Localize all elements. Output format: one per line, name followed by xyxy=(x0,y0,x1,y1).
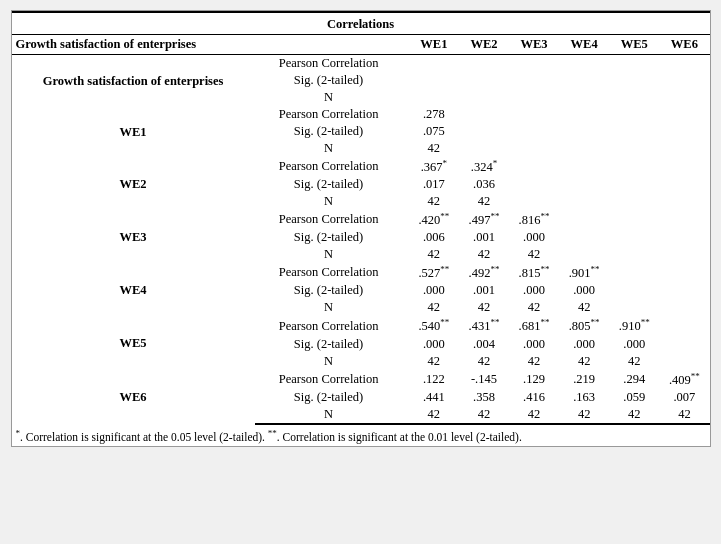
val-we6 xyxy=(659,89,709,106)
row-label: WE6 xyxy=(12,370,255,424)
val-we3 xyxy=(509,55,559,73)
val-we4 xyxy=(559,157,609,176)
val-we6 xyxy=(659,336,709,353)
row-label: Growth satisfaction of enterprises xyxy=(12,55,255,107)
spacer-col xyxy=(399,140,409,157)
table-row: WE5Pearson Correlation.540**.431**.681**… xyxy=(12,316,710,335)
stat-label: N xyxy=(255,353,399,370)
val-we5 xyxy=(609,157,659,176)
val-we2: .358 xyxy=(459,389,509,406)
spacer-col xyxy=(399,282,409,299)
row-label: WE4 xyxy=(12,263,255,316)
val-we2: -.145 xyxy=(459,370,509,389)
val-we1: 42 xyxy=(409,353,459,370)
val-we5 xyxy=(609,299,659,316)
val-we5 xyxy=(609,89,659,106)
header-we1: WE1 xyxy=(409,35,459,55)
val-we1: 42 xyxy=(409,193,459,210)
spacer-col xyxy=(399,106,409,123)
val-we1: 42 xyxy=(409,406,459,424)
val-we5 xyxy=(609,55,659,73)
val-we3: 42 xyxy=(509,406,559,424)
stat-label: Sig. (2-tailed) xyxy=(255,72,399,89)
val-we3: .000 xyxy=(509,282,559,299)
stat-label: N xyxy=(255,406,399,424)
val-we6 xyxy=(659,123,709,140)
spacer-col xyxy=(399,246,409,263)
val-we2: .001 xyxy=(459,282,509,299)
val-we3: .129 xyxy=(509,370,559,389)
spacer-col xyxy=(399,389,409,406)
val-we1: 42 xyxy=(409,140,459,157)
table-row: Growth satisfaction of enterprisesPearso… xyxy=(12,55,710,73)
spacer-col xyxy=(399,299,409,316)
val-we5 xyxy=(609,263,659,282)
val-we5: .059 xyxy=(609,389,659,406)
val-we4 xyxy=(559,89,609,106)
val-we2: .001 xyxy=(459,229,509,246)
row-label: WE3 xyxy=(12,210,255,263)
val-we3 xyxy=(509,72,559,89)
table-row: WE3Pearson Correlation.420**.497**.816** xyxy=(12,210,710,229)
val-we1: .420** xyxy=(409,210,459,229)
spacer-col xyxy=(399,336,409,353)
stat-label: N xyxy=(255,299,399,316)
spacer-col xyxy=(399,89,409,106)
val-we2: .036 xyxy=(459,176,509,193)
val-we3 xyxy=(509,157,559,176)
row-label: WE1 xyxy=(12,106,255,157)
val-we5 xyxy=(609,106,659,123)
val-we3 xyxy=(509,176,559,193)
stat-label: Sig. (2-tailed) xyxy=(255,336,399,353)
val-we2: 42 xyxy=(459,353,509,370)
val-we6 xyxy=(659,263,709,282)
val-we5 xyxy=(609,123,659,140)
val-we1 xyxy=(409,72,459,89)
val-we1: .006 xyxy=(409,229,459,246)
val-we3 xyxy=(509,123,559,140)
val-we2 xyxy=(459,72,509,89)
val-we2: .492** xyxy=(459,263,509,282)
val-we3: 42 xyxy=(509,353,559,370)
stat-label: Sig. (2-tailed) xyxy=(255,123,399,140)
val-we1 xyxy=(409,89,459,106)
table-row: WE4Pearson Correlation.527**.492**.815**… xyxy=(12,263,710,282)
val-we4: .805** xyxy=(559,316,609,335)
val-we1: .000 xyxy=(409,336,459,353)
val-we3 xyxy=(509,193,559,210)
val-we2 xyxy=(459,106,509,123)
stat-label: Sig. (2-tailed) xyxy=(255,176,399,193)
val-we6 xyxy=(659,55,709,73)
stat-label: Sig. (2-tailed) xyxy=(255,389,399,406)
val-we1: .367* xyxy=(409,157,459,176)
header-col-stat xyxy=(399,35,409,55)
spacer-col xyxy=(399,263,409,282)
val-we2: 42 xyxy=(459,193,509,210)
spacer-col xyxy=(399,370,409,389)
val-we5: 42 xyxy=(609,406,659,424)
val-we4: .000 xyxy=(559,282,609,299)
val-we4 xyxy=(559,72,609,89)
spacer-col xyxy=(399,316,409,335)
stat-label: N xyxy=(255,140,399,157)
val-we4 xyxy=(559,123,609,140)
spacer-col xyxy=(399,229,409,246)
table-title-row: Correlations xyxy=(12,12,710,35)
spacer-col xyxy=(399,123,409,140)
val-we4: .219 xyxy=(559,370,609,389)
val-we3 xyxy=(509,89,559,106)
val-we1: .000 xyxy=(409,282,459,299)
val-we5 xyxy=(609,176,659,193)
val-we1: .540** xyxy=(409,316,459,335)
val-we5: .910** xyxy=(609,316,659,335)
val-we4: .163 xyxy=(559,389,609,406)
val-we6 xyxy=(659,193,709,210)
val-we1: .122 xyxy=(409,370,459,389)
footnote-text: *. Correlation is significant at the 0.0… xyxy=(12,424,710,446)
val-we2 xyxy=(459,140,509,157)
row-label: WE2 xyxy=(12,157,255,210)
table-title: Correlations xyxy=(12,12,710,35)
val-we6: 42 xyxy=(659,406,709,424)
val-we6 xyxy=(659,246,709,263)
val-we4 xyxy=(559,140,609,157)
